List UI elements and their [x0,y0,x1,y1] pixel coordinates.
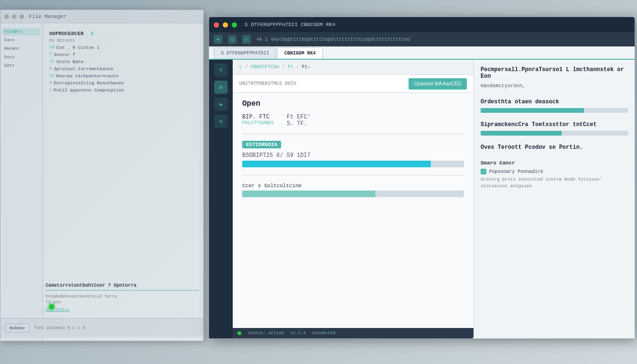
status-bar: status: active v1.2.4 connected [233,328,473,338]
lp-item-label-2: Soncur f [54,52,75,57]
lp-main-label: Pu Mctontz [49,38,200,43]
lp-bottom-subtitle: EchpReBAhnaStOenaToold Torre [46,294,199,299]
status-dot [237,331,241,335]
lp-footer-btn1[interactable]: Bellettor [5,324,29,332]
lp-footer-text: func poimeou 0 1 u 0 [34,326,85,330]
rp-smart-label: Smaro Cancr [481,159,628,167]
titlebar-dot-1 [4,14,9,19]
row-label-1: BIP. FTC POLCTTSONES [242,114,280,126]
row-label-bip: BIP. FTC [242,114,280,120]
rp-title-3: SipramckencCra Toetxssttor tntCcet [481,121,628,128]
toolbar-icon-1[interactable]: ● [214,35,222,44]
lp-list-item-4[interactable]: k Sprotout.torremctkance [49,65,200,73]
left-panel-titlebar: File Manager [0,10,203,23]
lp-item-label-7: Putil appostnc Compotption [54,88,124,93]
row-value-1: Ft EFC' S. TF. [287,114,310,127]
desktop-indicator [49,304,55,309]
main-window: S DTFENGPFPPATDII CBNIGDM RK4 ● ◎ ▷ 4A 1… [209,17,635,339]
lp-divider [46,290,199,291]
lp-item-label-1: Con . 0 Ciston 1 [56,45,100,50]
sidebar-item-documents[interactable]: Docs [2,54,41,61]
row-sublabel: POLCTTSONES [242,120,280,126]
toolbar-icon-3[interactable]: ▷ [242,35,251,44]
main-window-tabs: S DTFENGPFPPATDII CBNIGDM RK4 [209,46,635,60]
lp-bottom-title: CametsrretontbohtCoor 7 Opntorra [46,283,199,288]
breadcrumb-sep-3: / [296,64,299,70]
rp-section-5: Smaro Cancr ✓ Popvonary Ponnadire Grotor… [481,159,628,189]
sidebar-icon-circle[interactable]: ⊙ [214,115,228,128]
left-panel-title: File Manager [29,14,66,19]
toolbar-text: 4A 1 4Ascbppttttepptttttopottttttttttcop… [256,37,410,42]
main-scroll-content[interactable]: Open BIP. FTC POLCTTSONES Ft EFC [233,93,473,328]
lp-list-item-7[interactable]: c Putil appostnc Compotption [49,87,200,94]
lp-item-icon-4: k [49,66,52,72]
main-window-body: ≡ ⊞ ◈ ⊙ L / FBROTFTCAA / Ft / Ft- [209,60,635,338]
titlebar-dot-3 [19,14,24,19]
tab-1[interactable]: S DTFENGPFPPATDII [214,47,276,59]
rp-section-4: Oves Teroott Pcodov se Portin. [481,144,628,151]
main-window-titlebar: S DTFENGPFPPATDII CBNIGDM RK4 [209,17,635,32]
breadcrumb-item-3[interactable]: Ft [288,64,293,70]
breadcrumb-item-4[interactable]: Ft- [302,64,310,70]
breadcrumb-sep-1: / [245,64,248,70]
rp-sub-text: Grotorg Grots Conninted inotrm BoUO Toti… [481,176,628,189]
rp-bar-fill-1 [481,108,584,113]
rp-bar-1 [481,108,628,113]
right-panel: Pecmpersall.PpnraTsurso1 L lmcthannstek … [473,60,635,338]
sidebar-item-folders[interactable]: Folders [2,28,41,36]
content-divider-2 [242,175,464,175]
sidebar-icon-menu[interactable]: ≡ [214,64,228,77]
breadcrumb-item-2[interactable]: FBROTFTCAA [251,64,279,70]
window-minimize-dot[interactable] [223,22,228,27]
window-close-dot[interactable] [214,22,219,27]
progress-section-1: ESTIDRGDIA BSOBIPT2S 8/ S9 1DI7 [242,142,464,167]
lp-item-label-5: Roorpa sickpanterncauto [56,73,118,79]
lp-list-item-3[interactable]: 12 Sturo Bate [49,58,200,65]
progress-label-2: Ccer s Soltcoltcine [242,183,464,189]
sidebar-item-favorites[interactable]: Favs [2,36,41,44]
lp-item-label-3: Sturo Bate [56,59,83,64]
rp-checkbox-row: ✓ Popvonary Ponnadire [481,169,628,174]
toolbar-icon-2[interactable]: ◎ [228,35,237,44]
rp-checkbox[interactable]: ✓ [481,169,486,174]
lp-item-icon-6: 8 [49,81,52,86]
progress-section-2: Ccer s Soltcoltcine [242,183,464,197]
titlebar-dot-2 [12,14,17,19]
lp-section-header: OOPROCEDCER 2 [49,31,200,36]
lp-item-icon-1: 10 [49,45,55,50]
row-val-sub: S. TF. [287,120,310,127]
sidebar-icon-grid[interactable]: ⊞ [214,81,228,94]
lp-tagline[interactable]: ReditEheis [46,308,199,312]
progress-bar-2 [242,191,464,197]
content-row-1: BIP. FTC POLCTTSONES Ft EFC' S. TF. [242,114,464,127]
lp-list-item-5[interactable]: 12 Roorpa sickpanterncauto [49,73,200,80]
rp-title-1: Pecmpersall.PpnraTsurso1 L lmcthannstek … [481,66,628,80]
tab-2[interactable]: CBNIGDM RK4 [277,47,323,59]
lp-item-label-6: Entropinteltisg Bonutbaves [54,81,124,86]
window-title: S DTFENGPFPPATDII CBNIGDM RK4 [245,22,630,27]
progress-sublabel-1: BSOBIPT2S 8/ S9 1DI7 [242,152,464,159]
lp-item-icon-3: 12 [49,59,55,64]
breadcrumb-item-1[interactable]: L [239,64,242,70]
sidebar-item-settings[interactable]: Sett [2,62,41,70]
rp-title-2: Ordesthta otaen deasock [481,99,628,105]
rp-text-1: Handomctyuronn, [481,82,628,90]
rp-title-4: Oves Teroott Pcodov se Portin. [481,144,628,151]
url-display: UNITNTPDENITMCS ODIV [239,81,404,86]
lp-list-item-1[interactable]: 10 Con . 0 Ciston 1 [49,44,200,51]
main-window-toolbar: ● ◎ ▷ 4A 1 4Ascbppttttepptttttopottttttt… [209,32,635,46]
progress-bar-fill-1 [242,161,431,167]
sidebar-item-recent[interactable]: Recent [2,45,41,53]
lp-item-icon-5: 12 [49,73,55,79]
row-val-top: Ft EFC' [287,114,310,120]
rp-section-2: Ordesthta otaen deasock [481,99,628,113]
content-divider-1 [242,134,464,134]
lp-list-item-2[interactable]: f Soncur f [49,51,200,58]
top-action-button[interactable]: Opasstre tbA AaoCED [409,78,467,90]
lp-bottom-section: CametsrretontbohtCoor 7 Opntorra EchpReB… [46,283,199,312]
sidebar-icon-layers[interactable]: ◈ [214,98,228,111]
lp-list-item-6[interactable]: 8 Entropinteltisg Bonutbaves [49,80,200,87]
window-maximize-dot[interactable] [232,22,237,27]
lp-item-icon-7: c [49,88,52,93]
left-panel-sidebar: Folders Favs Recent Docs Sett [0,23,43,341]
